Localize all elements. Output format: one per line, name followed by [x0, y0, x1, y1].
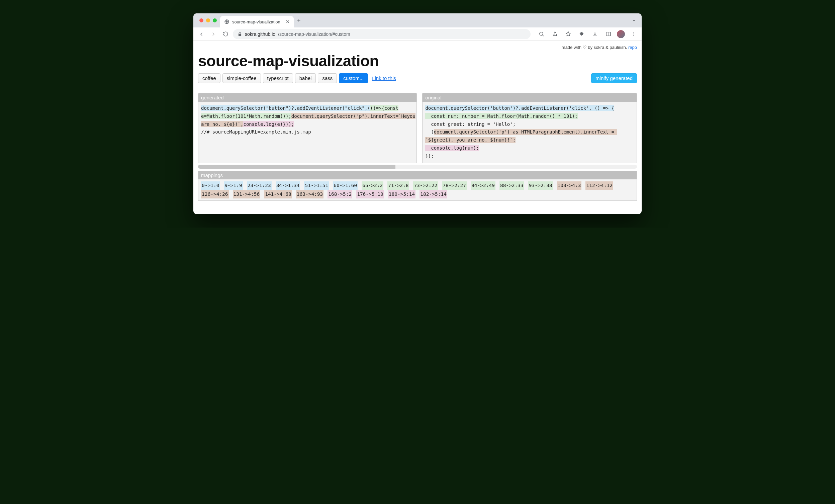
horizontal-scrollbar[interactable] [198, 165, 637, 169]
tab-coffee[interactable]: coffee [198, 73, 221, 83]
mapping-entry[interactable]: 84->2:49 [471, 181, 495, 190]
code-segment[interactable]: 101); [563, 113, 577, 119]
generated-code[interactable]: document.querySelector("button")?.addEve… [198, 102, 416, 139]
maximize-window-icon[interactable] [213, 18, 217, 22]
close-window-icon[interactable] [199, 18, 203, 22]
mapping-entry[interactable]: 163->4:93 [296, 190, 324, 199]
mapping-entry[interactable]: 71->2:8 [387, 181, 409, 190]
tab-sass[interactable]: sass [318, 73, 337, 83]
code-segment[interactable]: console. [243, 121, 266, 127]
extensions-icon[interactable] [577, 29, 586, 39]
code-segment[interactable]: 'button')?. [490, 105, 521, 111]
code-segment[interactable]: log( [454, 145, 465, 151]
code-segment[interactable]: num}!`; [496, 137, 515, 143]
code-segment[interactable]: console. [425, 145, 453, 151]
tab-babel[interactable]: babel [295, 73, 316, 83]
tab-typescript[interactable]: typescript [263, 73, 293, 83]
repo-link[interactable]: repo [628, 45, 637, 50]
address-bar[interactable]: sokra.github.io/source-map-visualization… [233, 29, 531, 39]
code-segment[interactable]: random() * [533, 113, 564, 119]
close-tab-icon[interactable]: ✕ [286, 19, 290, 24]
code-segment[interactable]: num: [448, 113, 462, 119]
code-segment[interactable]: e)})); [277, 121, 294, 127]
code-segment[interactable]: document. [434, 129, 459, 135]
tab-custom[interactable]: custom... [339, 73, 368, 83]
code-segment[interactable]: e}!`, [229, 121, 243, 127]
code-segment[interactable]: 'p') as [499, 129, 521, 135]
mapping-entry[interactable]: 182->5:14 [420, 190, 447, 199]
mapping-entry[interactable]: 51->1:51 [304, 181, 329, 190]
tabs-dropdown-icon[interactable] [626, 18, 641, 23]
browser-tab[interactable]: source-map-visualization ✕ [220, 16, 294, 27]
code-segment[interactable]: ${ [223, 121, 229, 127]
code-segment[interactable]: Math. [249, 113, 263, 119]
forward-button[interactable] [209, 29, 218, 39]
mapping-entry[interactable]: 9->1:9 [224, 181, 243, 190]
mapping-entry[interactable]: 112->4:12 [586, 181, 613, 190]
link-to-this[interactable]: Link to this [372, 75, 396, 81]
mapping-entry[interactable]: 23->1:23 [247, 181, 272, 190]
code-segment[interactable]: floor( [221, 113, 238, 119]
code-segment[interactable]: floor( [502, 113, 518, 119]
code-segment[interactable]: document. [291, 113, 317, 119]
code-segment[interactable]: const greet: string = 'Hello'; [425, 121, 515, 127]
code-segment[interactable]: Math. [487, 113, 502, 119]
original-code[interactable]: document.querySelector('button')?.addEve… [423, 102, 637, 163]
profile-avatar[interactable] [617, 30, 625, 38]
downloads-icon[interactable] [590, 29, 599, 39]
reload-button[interactable] [221, 29, 230, 39]
mapping-entry[interactable]: 176->5:10 [356, 190, 384, 199]
code-segment[interactable]: Math. [207, 113, 221, 119]
search-icon[interactable] [536, 29, 546, 39]
bookmark-star-icon[interactable] [563, 29, 573, 39]
code-segment[interactable]: 'click', [569, 105, 594, 111]
mapping-entry[interactable]: 34->1:34 [276, 181, 300, 190]
code-segment[interactable]: ( [425, 129, 433, 135]
mapping-entry[interactable]: 141->4:68 [264, 190, 292, 199]
code-segment[interactable]: addEventListener( [297, 105, 345, 111]
mapping-entry[interactable]: 88->2:33 [500, 181, 524, 190]
code-segment[interactable]: querySelector( [317, 113, 356, 119]
mapping-entry[interactable]: 78->2:27 [442, 181, 467, 190]
code-segment[interactable]: ${ [490, 137, 496, 143]
mapping-entry[interactable]: 60->1:60 [333, 181, 358, 190]
menu-dots-icon[interactable] [629, 29, 638, 39]
code-segment[interactable]: document. [201, 105, 226, 111]
code-segment[interactable]: "p"). [356, 113, 370, 119]
code-segment[interactable]: log( [266, 121, 277, 127]
code-segment[interactable]: innerText = [583, 129, 617, 135]
code-segment[interactable]: 101* [238, 113, 249, 119]
code-segment[interactable]: const [425, 113, 448, 119]
tab-simple-coffee[interactable]: simple-coffee [222, 73, 261, 83]
mapping-entry[interactable]: 126->4:26 [201, 190, 229, 199]
code-segment[interactable]: const [384, 105, 399, 111]
mapping-entry[interactable]: 73->2:22 [413, 181, 438, 190]
minify-generated-button[interactable]: minify generated [591, 73, 637, 83]
new-tab-button[interactable]: + [294, 17, 304, 24]
code-segment[interactable]: querySelector( [451, 105, 490, 111]
back-button[interactable] [197, 29, 206, 39]
code-segment[interactable]: querySelector( [459, 129, 499, 135]
mapping-entry[interactable]: 180->5:14 [388, 190, 416, 199]
mapping-entry[interactable]: 65->2:2 [362, 181, 383, 190]
mappings-list[interactable]: 0->1:09->1:923->1:2334->1:3451->1:5160->… [198, 179, 637, 201]
code-segment[interactable]: random()); [263, 113, 291, 119]
code-segment[interactable]: Math. [518, 113, 533, 119]
code-segment[interactable]: addEventListener( [521, 105, 569, 111]
code-segment[interactable]: querySelector( [226, 105, 266, 111]
code-segment[interactable]: you are no. [456, 137, 490, 143]
minimize-window-icon[interactable] [206, 18, 210, 22]
mapping-entry[interactable]: 168->5:2 [327, 190, 352, 199]
code-segment[interactable]: ()=>{ [370, 105, 384, 111]
code-segment[interactable]: num); [465, 145, 479, 151]
side-panel-icon[interactable] [604, 29, 613, 39]
code-segment[interactable]: innerText= [370, 113, 399, 119]
code-segment[interactable]: `He [399, 113, 407, 119]
code-segment[interactable]: number = [462, 113, 487, 119]
code-segment[interactable]: document. [425, 105, 451, 111]
code-segment[interactable]: greet}, [434, 137, 456, 143]
mapping-entry[interactable]: 93->2:38 [528, 181, 553, 190]
code-segment[interactable]: HTMLParagraphElement). [521, 129, 583, 135]
code-segment[interactable]: `${ [425, 137, 433, 143]
code-segment[interactable]: () => { [594, 105, 614, 111]
